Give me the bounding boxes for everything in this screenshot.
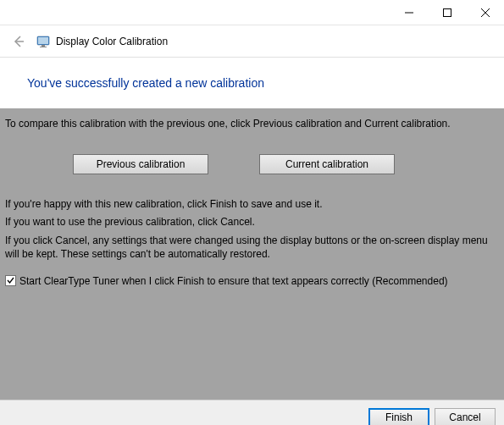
footer-bar: Finish Cancel [0, 400, 504, 425]
svg-rect-8 [40, 47, 47, 47]
current-calibration-button[interactable]: Current calibration [259, 154, 395, 174]
minimize-button[interactable] [390, 0, 428, 25]
svg-rect-6 [38, 37, 48, 44]
app-icon [36, 34, 51, 49]
cleartype-checkbox-row[interactable]: Start ClearType Tuner when I click Finis… [5, 274, 499, 288]
svg-rect-1 [443, 8, 451, 16]
close-button[interactable] [466, 0, 504, 25]
content-area: You've successfully created a new calibr… [0, 58, 504, 400]
cancel-button[interactable]: Cancel [435, 408, 496, 426]
cleartype-checkbox[interactable] [5, 275, 16, 286]
finish-info-text: If you're happy with this new calibratio… [5, 197, 499, 211]
compare-instruction-text: To compare this calibration with the pre… [5, 108, 499, 130]
window-titlebar [0, 0, 504, 25]
app-title: Display Color Calibration [56, 36, 168, 47]
info-block: If you're happy with this new calibratio… [5, 197, 499, 261]
compare-button-row: Previous calibration Current calibration [5, 135, 499, 193]
back-arrow-icon[interactable] [8, 31, 29, 52]
main-panel: To compare this calibration with the pre… [0, 108, 504, 400]
previous-calibration-button[interactable]: Previous calibration [73, 154, 208, 174]
cancel-info-text: If you want to use the previous calibrat… [5, 215, 499, 229]
page-heading: You've successfully created a new calibr… [0, 58, 504, 103]
header-bar: Display Color Calibration [0, 25, 504, 58]
finish-button[interactable]: Finish [368, 408, 429, 426]
warning-info-text: If you click Cancel, any settings that w… [5, 234, 499, 261]
cleartype-checkbox-label: Start ClearType Tuner when I click Finis… [19, 274, 448, 288]
svg-rect-7 [42, 45, 45, 47]
maximize-button[interactable] [428, 0, 466, 25]
